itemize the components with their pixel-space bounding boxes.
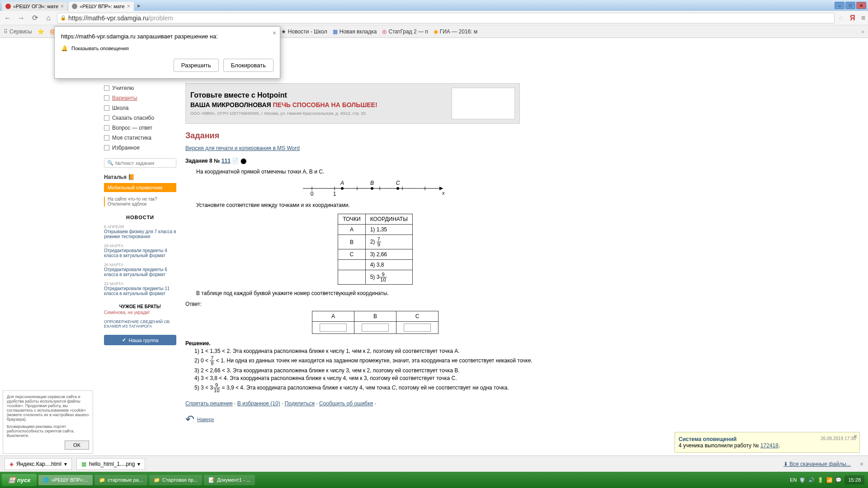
bookmark-item[interactable]: ◉ ГИА — 2016: м [434,28,477,35]
home-button[interactable]: ⌂ [43,13,53,23]
bookmark-star-icon[interactable]: ☆ [838,14,844,22]
downloads-close-icon[interactable]: × [860,460,863,468]
ad-title: Готовьте вместе с Hotpoint [190,91,443,99]
checkbox-icon [104,135,109,141]
checkbox-icon [104,85,109,91]
ad-banner[interactable]: Готовьте вместе с Hotpoint ВАША МИКРОВОЛ… [185,83,520,124]
popup-close-icon[interactable]: × [273,29,276,37]
taskbar-item[interactable]: 📝 Документ1 - ... [204,475,255,485]
sidebar-item-school[interactable]: Школа [104,103,176,113]
permission-label: Показывать оповещения [71,46,129,51]
svg-point-14 [396,187,399,190]
apps-button[interactable]: ⠿ Сервисы [4,28,32,35]
mobile-ref-button[interactable]: Мобильный справочник [104,183,176,192]
main-content: Готовьте вместе с Hotpoint ВАША МИКРОВОЛ… [185,83,565,426]
svg-text:B: B [370,180,374,186]
tray-icon[interactable]: 💬 [835,477,842,483]
sidebar-item-variants[interactable]: Варианты [104,93,176,103]
maximize-button[interactable]: □ [845,2,855,9]
tray-icon[interactable]: 📶 [826,477,833,483]
svg-text:A: A [340,180,344,186]
allow-button[interactable]: Разрешить [174,59,219,72]
tab-close-icon[interactable]: × [61,3,64,9]
system-tray: EN 🛡️ 🔊 🔋 📶 💬 15:28 [790,475,866,484]
minimize-button[interactable]: – [835,2,844,9]
back-button[interactable]: ← [3,13,13,23]
clock[interactable]: 15:28 [844,475,864,484]
bookmark-item[interactable]: ◎ СтатГрад 2 — п [382,28,428,35]
favorite-link[interactable]: В избранное (10) [237,400,280,407]
notify-work-link[interactable]: 172418 [760,442,778,449]
windows-taskbar: 🪟 пуск 🌐 «РЕШУ ВПР»:... 📁 стартовые ра..… [0,472,868,488]
show-all-downloads-link[interactable]: ⬇ Все скачанные файлы... [783,461,851,467]
ad-fineprint: ООО «МВМ», ОГРН 1057746840095, г. Москва… [190,111,443,116]
url-input[interactable]: 🔒 https://math6-vpr.sdamgia.ru/problem [57,13,835,23]
download-item[interactable]: ◈Яндекс.Кар....html ▾ [5,458,72,470]
svg-text:C: C [396,180,400,186]
search-icon: 🔍 [107,160,113,166]
sidebar-item-favorites[interactable]: Избранное [104,143,176,153]
news-item[interactable]: 28 МАРТАОтредактировали предметы 4 класс… [104,244,176,258]
notify-header: Система оповещений [679,436,736,442]
bookmarks-overflow-icon[interactable]: » [861,28,864,35]
sidebar-item-stats[interactable]: Моя статистика [104,133,176,143]
page-content: Учителю Варианты Школа Сказать спасибо В… [0,38,868,455]
block-button[interactable]: Блокировать [223,59,274,72]
bookmark-item[interactable]: ★ Новости - Школ [281,28,327,35]
tab-close-icon[interactable]: × [127,3,130,9]
taskbar-item[interactable]: 📁 Стартовая пр... [149,475,202,485]
cookie-ok-button[interactable]: OK [65,441,89,450]
news-item[interactable]: 22 МАРТАОтредактировали предметы 11 клас… [104,282,176,296]
browser-tab-active[interactable]: «РЕШУ ВПР»: мате × [68,2,134,11]
svg-point-10 [341,187,344,190]
new-tab-button[interactable]: ▸ [135,1,143,10]
downloads-bar: ◈Яндекс.Кар....html ▾ ▦hello_html_1....p… [0,455,868,472]
lang-indicator[interactable]: EN [790,477,797,483]
sidebar-item-teacher[interactable]: Учителю [104,83,176,93]
taskbar-item[interactable]: 📁 стартовые ра... [94,475,147,485]
download-item[interactable]: ▦hello_html_1....png ▾ [76,458,145,470]
browser-tab[interactable]: «РЕШУ ОГЭ»: мате × [2,2,67,11]
url-text: https://math6-vpr.sdamgia.ru/problem [68,14,173,22]
taskbar-item[interactable]: 🌐 «РЕШУ ВПР»:... [38,475,93,485]
vk-group-button[interactable]: ✔ Наша группа [104,335,176,345]
notification-box: ✕ Система оповещений 26.09.2019 17:38 4 … [675,432,860,453]
menu-button[interactable]: ≡ [861,14,865,22]
hide-solution-link[interactable]: Спрятать решение [185,400,233,407]
forward-button[interactable]: → [16,13,26,23]
tray-icon[interactable]: 🔋 [817,477,824,483]
other-sublink[interactable]: Семёнова, не укради! [104,310,176,315]
report-link[interactable]: Сообщить об ошибке [319,400,373,407]
checkbox-icon [104,95,109,101]
sidebar-item-qa[interactable]: Вопрос — ответ [104,123,176,133]
svg-text:1: 1 [333,191,336,197]
file-icon: ▦ [81,461,86,467]
answer-input-a[interactable] [320,324,347,332]
news-item[interactable]: 26 МАРТАОтредактировали предметы 6 класс… [104,263,176,277]
bookmark-item[interactable]: ▦ Новая вкладка [333,28,377,35]
sidebar-search[interactable]: 🔍 [104,158,176,168]
scroll-top-link[interactable]: ↶ Наверх [185,413,565,426]
ad-subtitle: ВАША МИКРОВОЛНОВАЯ ПЕЧЬ СПОСОБНА НА БОЛЬ… [190,101,443,108]
bookmark-item[interactable]: ⭐ [38,28,44,35]
sidebar-item-thanks[interactable]: Сказать спасибо [104,113,176,123]
tray-icon[interactable]: 🔊 [808,477,815,483]
notify-text: 4 ученика выполнили работу № [679,442,760,449]
search-input[interactable] [115,160,173,166]
task-number-link[interactable]: 111 [222,158,231,164]
close-window-button[interactable]: ✕ [856,2,866,9]
tray-icon[interactable]: 🛡️ [799,477,806,483]
answer-input-c[interactable] [404,324,431,332]
checkbox-icon [104,105,109,111]
answer-input-b[interactable] [362,324,389,332]
yandex-icon[interactable]: Я [848,13,858,23]
share-link[interactable]: Поделиться [285,400,315,407]
svg-marker-1 [439,187,443,190]
refute-link[interactable]: ОПРОВЕРЖЕНИЕ СВЕДЕНИЙ ОБ EXAMER ИЗ ТАГАН… [104,319,176,328]
solution-line: 2) 0 < 79 < 1. Ни одна из данных точек н… [194,356,565,366]
start-button[interactable]: 🪟 пуск [2,474,37,486]
notify-close-icon[interactable]: ✕ [853,433,858,440]
news-item[interactable]: 6 АПРЕЛЯОткрываем физику для 7 класса в … [104,225,176,239]
print-link[interactable]: Версия для печати и копирования в MS Wor… [185,145,300,151]
reload-button[interactable]: ⟳ [30,13,40,23]
